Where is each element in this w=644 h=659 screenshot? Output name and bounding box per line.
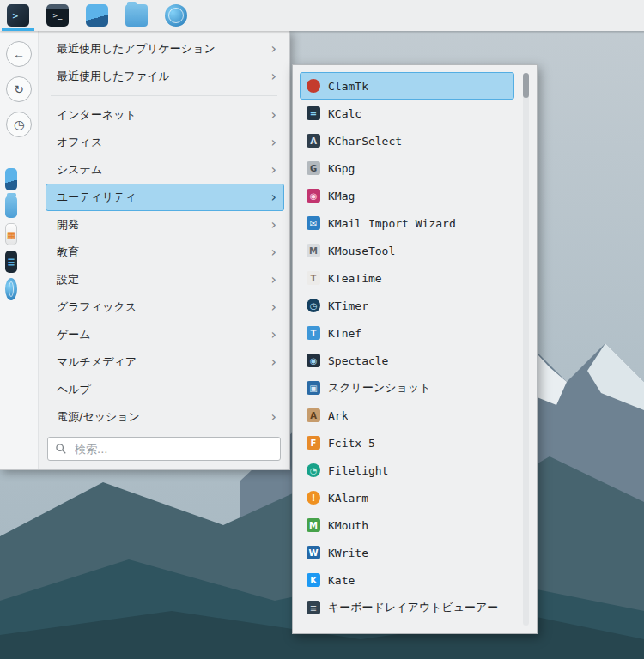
chevron-right-icon: › — [271, 355, 276, 369]
menu-category[interactable]: ゲーム › — [46, 321, 284, 348]
app-item[interactable]: ◔ Filelight — [300, 456, 514, 484]
menu-sidebar: ← ↻ ◷ ▦ — [0, 31, 39, 469]
chevron-right-icon: › — [271, 70, 276, 83]
browser-icon — [5, 278, 17, 300]
app-item[interactable]: F Fcitx 5 — [300, 429, 514, 456]
menu-category-label: 最近使用したファイル — [57, 69, 170, 84]
sidebar-button-history[interactable]: ◷ — [6, 112, 32, 137]
app-item[interactable]: = KCalc — [300, 100, 514, 127]
panel-button-discover[interactable] — [81, 0, 113, 31]
refresh-icon: ↻ — [14, 82, 24, 96]
menu-category[interactable]: グラフィックス › — [46, 293, 284, 321]
app-label: ClamTk — [328, 80, 368, 93]
chevron-right-icon: › — [271, 42, 276, 56]
menu-category[interactable]: オフィス › — [46, 129, 284, 156]
app-item[interactable]: M KMouseTool — [300, 237, 514, 264]
panel-button-application-launcher[interactable]: >_ — [2, 0, 34, 31]
app-label: KMouth — [328, 519, 368, 532]
dolphin-icon — [125, 4, 148, 27]
app-item[interactable]: ▣ スクリーンショット — [300, 374, 514, 402]
app-item[interactable]: T KTeaTime — [300, 264, 514, 292]
menu-category[interactable]: ヘルプ › — [46, 376, 284, 403]
menu-category-label: 教育 — [57, 245, 79, 260]
app-item[interactable]: W KWrite — [300, 539, 514, 566]
kalarm-icon: ! — [307, 491, 320, 505]
sidebar-button-organizer[interactable]: ▦ — [0, 221, 24, 248]
app-label: スクリーンショット — [328, 380, 430, 396]
submenu-scrollbar-track[interactable] — [523, 73, 529, 626]
app-label: Ark — [328, 409, 348, 422]
panel-button-dolphin[interactable] — [120, 0, 153, 31]
menu-category-label: マルチメディア — [57, 354, 137, 370]
app-item[interactable]: ClamTk — [300, 72, 514, 100]
top-panel: >_ >_ — [0, 0, 644, 31]
app-item[interactable]: ◷ KTimer — [300, 292, 514, 319]
kmousetool-icon: M — [307, 244, 320, 257]
app-item[interactable]: ◉ Spectacle — [300, 347, 514, 374]
menu-category[interactable]: 開発 › — [46, 211, 284, 239]
sidebar-button-browser[interactable] — [0, 275, 24, 303]
chevron-right-icon: › — [271, 273, 276, 287]
sidebar-button-system-monitor[interactable]: ≡ — [0, 248, 24, 275]
app-item[interactable]: ✉ KMail Import Wizard — [300, 209, 514, 237]
search-input[interactable] — [73, 442, 273, 456]
menu-category-label: 最近使用したアプリケーション — [57, 41, 216, 57]
app-item[interactable]: K Kate — [300, 566, 514, 594]
ark-icon: A — [307, 408, 320, 422]
filelight-icon: ◔ — [307, 463, 320, 477]
app-item[interactable]: T KTnef — [300, 319, 514, 347]
app-label: KTimer — [328, 299, 368, 312]
kmag-icon: ◉ — [307, 189, 320, 203]
konsole-icon: >_ — [46, 4, 69, 27]
app-label: KAlarm — [328, 492, 368, 505]
menu-category[interactable]: ユーティリティ › — [46, 184, 284, 211]
keyboard-layout-viewer-icon: ≡ — [307, 601, 320, 614]
app-label: Fcitx 5 — [328, 437, 375, 450]
app-item[interactable]: ≡ キーボードレイアウトビューアー — [300, 594, 514, 621]
menu-category[interactable]: 教育 › — [46, 239, 284, 266]
app-item[interactable]: A KCharSelect — [300, 127, 514, 154]
search-icon — [55, 443, 67, 455]
sidebar-button-discover[interactable] — [0, 166, 24, 193]
menu-category[interactable]: 最近使用したアプリケーション › — [46, 35, 284, 63]
app-label: KGpg — [328, 162, 355, 175]
menu-category[interactable]: 最近使用したファイル › — [46, 63, 284, 90]
sidebar-button-refresh[interactable]: ↻ — [6, 76, 32, 102]
app-label: KCharSelect — [328, 135, 402, 148]
app-item[interactable]: G KGpg — [300, 154, 514, 182]
app-label: Filelight — [328, 464, 388, 477]
kteatime-icon: T — [307, 271, 320, 285]
submenu-scrollbar-thumb[interactable] — [523, 73, 529, 98]
search-box[interactable] — [47, 437, 281, 461]
app-item[interactable]: A Ark — [300, 402, 514, 429]
utilities-submenu-popup: ClamTk = KCalc A KCharSelect G KGpg — [292, 64, 538, 634]
app-item[interactable]: ! KAlarm — [300, 484, 514, 511]
chevron-right-icon: › — [271, 136, 276, 149]
menu-main: 最近使用したアプリケーション › 最近使用したファイル › インターネット › — [39, 31, 289, 469]
application-launcher-icon: >_ — [7, 4, 29, 27]
menu-category[interactable]: システム › — [46, 156, 284, 184]
ktimer-icon: ◷ — [307, 299, 320, 312]
menu-category-label: グラフィックス — [57, 299, 137, 315]
app-label: KWrite — [328, 547, 368, 559]
app-item[interactable]: M KMouth — [300, 511, 514, 539]
chevron-right-icon: › — [271, 163, 276, 177]
app-label: KMail Import Wizard — [328, 217, 456, 230]
panel-button-konsole[interactable]: >_ — [41, 0, 74, 31]
discover-icon — [86, 4, 108, 27]
menu-category[interactable]: 設定 › — [46, 266, 284, 293]
menu-category-label: 設定 — [57, 272, 79, 287]
menu-category-label: ユーティリティ — [57, 190, 137, 205]
menu-category[interactable]: マルチメディア › — [46, 348, 284, 376]
organizer-icon: ▦ — [5, 223, 17, 245]
menu-category-label: インターネット — [57, 107, 137, 123]
sidebar-button-dolphin[interactable] — [0, 193, 24, 221]
app-label: KCalc — [328, 107, 361, 120]
menu-category[interactable]: インターネット › — [46, 101, 284, 129]
sidebar-button-back[interactable]: ← — [6, 41, 32, 67]
history-icon: ◷ — [14, 118, 24, 131]
app-item[interactable]: ◉ KMag — [300, 182, 514, 209]
app-label: KTeaTime — [328, 272, 382, 285]
menu-category[interactable]: 電源/セッション › — [46, 403, 284, 431]
panel-button-browser[interactable] — [160, 0, 192, 31]
